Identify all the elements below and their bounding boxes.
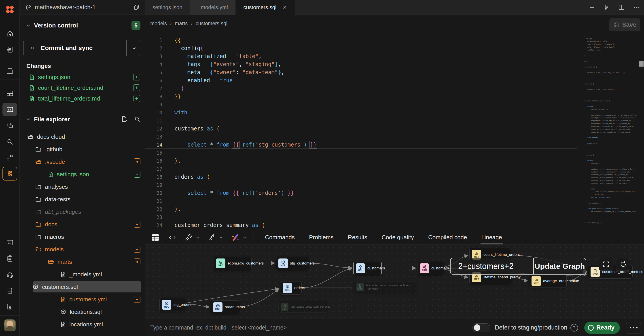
tree-item-.github[interactable]: .github — [22, 144, 143, 155]
changed-file-count_lifetime_orders.md[interactable]: count_lifetime_orders.md+ — [22, 82, 142, 93]
code-line-21[interactable]: 21 — [145, 197, 577, 205]
preview-table-icon[interactable] — [151, 233, 160, 242]
tab-settings-json[interactable]: settings.json — [145, 0, 190, 15]
tree-item-analyses[interactable]: analyses — [22, 181, 143, 192]
environments-icon[interactable] — [2, 64, 17, 78]
home-icon[interactable] — [2, 27, 17, 40]
stage-change-badge[interactable]: + — [133, 84, 140, 91]
save-button[interactable]: Save — [609, 18, 640, 31]
release-notes-icon[interactable] — [2, 43, 17, 56]
tree-item-customers.sql[interactable]: customers.sql — [33, 281, 141, 293]
code-line-15[interactable]: 15 — [145, 149, 577, 157]
support-icon[interactable] — [2, 268, 17, 281]
fullscreen-button[interactable] — [599, 258, 613, 271]
tree-item-locations.yml[interactable]: locations.yml — [22, 319, 143, 330]
organization-icon[interactable] — [2, 300, 17, 313]
version-control-header[interactable]: Version control 5 — [20, 20, 145, 31]
tree-item-models[interactable]: models — [22, 244, 143, 255]
copy-icon[interactable] — [133, 4, 140, 11]
modified-badge[interactable] — [134, 259, 140, 265]
lineage-selector-overlay[interactable]: 2+customers+2 Update Graph — [450, 258, 586, 275]
avatar[interactable] — [4, 320, 16, 331]
code-line-4[interactable]: 4 tags = ["events", "staging"], — [145, 60, 577, 68]
search-files-icon[interactable] — [134, 116, 141, 122]
code-line-23[interactable]: 23 — [145, 213, 577, 221]
tree-item-macros[interactable]: macros — [22, 231, 143, 242]
lineage-node-test_supply_costs_sum_correctly[interactable]: TSTtest_supply_costs_sum_correctly — [278, 301, 328, 313]
ide-icon[interactable] — [2, 103, 17, 116]
tab-models-yml[interactable]: _models.yml — [190, 0, 236, 15]
dbt-logo[interactable] — [0, 0, 20, 15]
tasks-icon[interactable] — [2, 252, 17, 265]
code-line-13[interactable]: 13 — [145, 133, 577, 141]
help-icon[interactable]: ? — [570, 324, 578, 332]
stage-change-badge[interactable]: + — [133, 74, 140, 80]
code-lines[interactable]: 1{{2 config(3 materialized = "table",4 t… — [145, 36, 577, 229]
close-tab-icon[interactable] — [282, 5, 288, 10]
breadcrumb-file[interactable]: customers.sql — [196, 20, 228, 26]
code-line-22[interactable]: 22), — [145, 205, 577, 213]
code-line-12[interactable]: 12customers as ( — [145, 125, 577, 133]
code-line-5[interactable]: 5 meta = {"owner": "data-team"}, — [145, 68, 577, 76]
code-line-10[interactable]: 10with — [145, 109, 577, 117]
tree-item-locations.sql[interactable]: locations.sql — [22, 306, 143, 318]
format-broom-icon[interactable] — [208, 233, 216, 242]
code-line-9[interactable]: 9 — [145, 100, 577, 109]
status-badge[interactable]: Ready — [584, 322, 620, 334]
modified-badge[interactable] — [134, 158, 140, 165]
code-line-1[interactable]: 1{{ — [145, 36, 577, 44]
panel-tab-compiled-code[interactable]: Compiled code — [421, 230, 474, 245]
tree-item-docs[interactable]: docs — [22, 219, 143, 230]
refresh-graph-button[interactable] — [616, 258, 630, 271]
code-line-7[interactable]: 7 ) — [145, 84, 577, 92]
search-icon[interactable] — [2, 135, 17, 148]
tree-item-marts[interactable]: marts — [22, 256, 143, 267]
split-editor-icon[interactable] — [618, 4, 625, 11]
lineage-node-average_order_value[interactable]: METaverage_order_value — [529, 274, 567, 288]
docs-icon[interactable] — [2, 284, 17, 297]
terminal-icon[interactable] — [2, 236, 17, 249]
code-line-3[interactable]: 3 materialized = "table", — [145, 52, 577, 60]
changed-file-total_lifetime_orders.md[interactable]: total_lifetime_orders.md+ — [22, 93, 142, 104]
code-line-19[interactable]: 19 — [145, 181, 577, 189]
lineage-nav-icon[interactable] — [2, 151, 17, 164]
tree-item-customers.yml[interactable]: customers.yml — [22, 294, 143, 305]
code-line-8[interactable]: 8}} — [145, 92, 577, 100]
compile-code-icon[interactable] — [168, 233, 177, 242]
lineage-node-customers_model[interactable]: MDLcustomers — [353, 262, 382, 275]
code-line-14[interactable]: 14 select * from {{ ref('stg_customers')… — [145, 141, 577, 149]
breadcrumb-models[interactable]: models — [150, 20, 167, 26]
lineage-node-raw_customers[interactable]: SRCecom.raw_customers — [214, 257, 252, 270]
panel-tab-problems[interactable]: Problems — [302, 230, 341, 245]
notebook-icon[interactable] — [603, 4, 610, 11]
panel-tab-commands[interactable]: Commands — [258, 230, 302, 245]
stage-change-badge[interactable]: + — [133, 95, 140, 102]
code-line-6[interactable]: 6 enabled = true — [145, 76, 577, 84]
code-line-18[interactable]: 18orders as ( — [145, 173, 577, 181]
lineage-node-stg_orders[interactable]: MDLstg_orders — [160, 298, 186, 312]
lineage-node-customers_semantic[interactable]: SEMcustomers — [417, 262, 444, 275]
modified-badge[interactable] — [134, 221, 140, 228]
chevron-down-icon[interactable] — [219, 235, 223, 240]
new-file-icon[interactable] — [121, 116, 128, 122]
code-line-17[interactable]: 17 — [145, 165, 577, 173]
panel-tab-results[interactable]: Results — [341, 230, 374, 245]
code-line-2[interactable]: 2 config( — [145, 44, 577, 52]
scrollbar-thumb[interactable] — [639, 61, 644, 66]
stage-change-badge[interactable]: + — [134, 171, 140, 178]
changed-file-settings.json[interactable]: settings.json+ — [22, 72, 142, 82]
chevron-down-icon[interactable] — [242, 235, 247, 240]
lineage-query-input[interactable]: 2+customers+2 — [450, 262, 533, 271]
tree-item-_models.yml[interactable]: _models.yml — [22, 269, 143, 280]
breadcrumb-marts[interactable]: marts — [175, 20, 188, 26]
ai-assistant-icon[interactable] — [2, 167, 17, 181]
update-graph-button[interactable]: Update Graph — [534, 262, 586, 271]
commit-dropdown-caret[interactable] — [132, 46, 137, 51]
jobs-icon[interactable] — [2, 87, 17, 100]
build-wrench-icon[interactable] — [184, 233, 193, 242]
minimap[interactable]: {{ config( materialized = "table", tags … — [584, 34, 637, 227]
modified-badge[interactable] — [134, 246, 140, 253]
defer-toggle[interactable] — [472, 323, 490, 332]
branch-selector[interactable]: matthewshaver-patch-1 — [20, 0, 145, 15]
code-line-20[interactable]: 20 select * from {{ ref('orders') }} — [145, 189, 577, 197]
